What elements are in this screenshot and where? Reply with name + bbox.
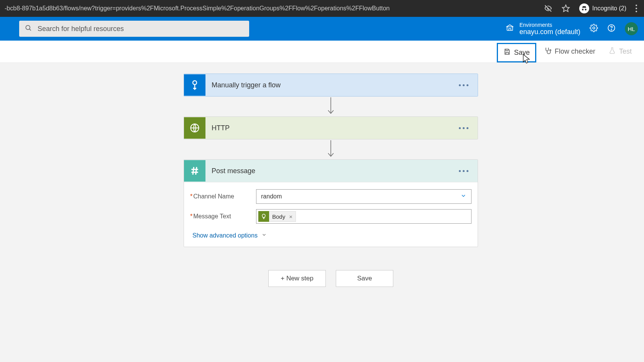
step-title: Manually trigger a flow: [212, 81, 450, 89]
browser-menu-icon[interactable]: [636, 5, 637, 12]
svg-point-4: [593, 27, 595, 29]
env-label: Environments: [519, 22, 580, 28]
env-value: enayu.com (default): [519, 28, 580, 36]
incognito-label: Incognito (2): [592, 5, 626, 12]
save-flow-button[interactable]: Save: [336, 270, 393, 287]
svg-line-15: [196, 167, 197, 175]
environment-icon: [506, 24, 514, 34]
svg-line-14: [193, 167, 194, 175]
step-trigger[interactable]: Manually trigger a flow: [184, 74, 478, 97]
channel-name-label: *Channel Name: [190, 193, 256, 200]
channel-name-select[interactable]: random: [256, 189, 472, 204]
step-http[interactable]: HTTP: [184, 116, 478, 139]
step-menu-icon[interactable]: [457, 82, 471, 88]
show-advanced-options[interactable]: Show advanced options: [192, 232, 267, 239]
hash-icon: [184, 160, 205, 182]
step-title: Post message: [212, 167, 450, 175]
avatar[interactable]: HL: [625, 22, 638, 35]
address-bar[interactable]: -bcb8-897b1a5d8b63/flows/new?trigger=pro…: [5, 5, 544, 12]
environment-picker[interactable]: Environments enayu.com (default): [506, 22, 580, 36]
token-label: Body: [272, 213, 285, 220]
settings-icon[interactable]: [590, 24, 598, 34]
chevron-down-icon: [261, 232, 267, 239]
save-label: Save: [514, 49, 530, 57]
svg-line-2: [30, 29, 31, 31]
connector-arrow[interactable]: [184, 139, 478, 159]
flask-icon: [608, 47, 616, 56]
globe-icon: [184, 117, 205, 139]
step-menu-icon[interactable]: [457, 125, 471, 131]
flow-checker-button[interactable]: Flow checker: [539, 43, 601, 60]
incognito-indicator[interactable]: Incognito (2): [579, 3, 626, 13]
eye-off-icon[interactable]: [544, 4, 552, 13]
dynamic-content-token[interactable]: Body ×: [258, 211, 296, 222]
search-box[interactable]: [19, 21, 249, 37]
step-post-message: Post message *Channel Name random: [184, 159, 478, 247]
token-remove-icon[interactable]: ×: [289, 213, 292, 220]
step-header[interactable]: Post message: [184, 160, 478, 182]
save-button[interactable]: Save: [497, 43, 536, 62]
command-bar: Save Flow checker Test: [0, 41, 644, 63]
lightbulb-icon: [258, 211, 269, 222]
step-menu-icon[interactable]: [457, 168, 471, 174]
svg-point-8: [193, 81, 197, 85]
designer-canvas: Manually trigger a flow HTTP: [0, 63, 644, 302]
step-title: HTTP: [212, 124, 450, 132]
svg-marker-0: [562, 5, 569, 11]
star-icon[interactable]: [562, 4, 570, 13]
save-icon: [503, 48, 511, 57]
message-text-label: *Message Text: [190, 213, 256, 220]
incognito-icon: [579, 3, 589, 13]
search-input[interactable]: [38, 25, 244, 33]
connector-arrow[interactable]: [184, 97, 478, 116]
browser-chrome: -bcb8-897b1a5d8b63/flows/new?trigger=pro…: [0, 0, 644, 17]
message-text-input[interactable]: Body ×: [256, 209, 472, 224]
test-button[interactable]: Test: [603, 43, 637, 60]
chevron-down-icon: [460, 193, 467, 200]
flow-checker-label: Flow checker: [555, 48, 595, 56]
help-icon[interactable]: [607, 24, 616, 34]
stethoscope-icon: [544, 47, 552, 56]
new-step-button[interactable]: + New step: [268, 270, 326, 287]
search-icon: [25, 24, 32, 33]
svg-point-7: [550, 50, 551, 51]
channel-name-value: random: [261, 193, 282, 200]
svg-point-1: [26, 25, 30, 29]
test-label: Test: [619, 48, 632, 56]
touch-icon: [184, 74, 205, 96]
app-header: Environments enayu.com (default) HL: [0, 17, 644, 41]
svg-point-6: [611, 29, 611, 30]
